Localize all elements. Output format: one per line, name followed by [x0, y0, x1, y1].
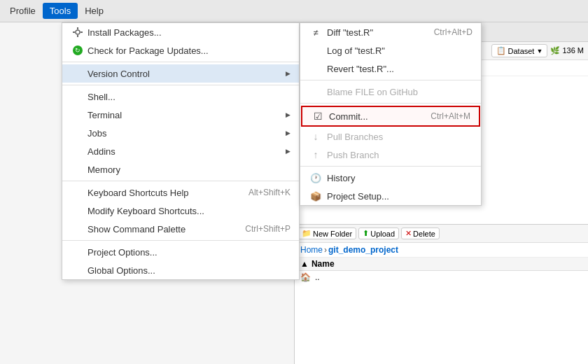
name-column-header: Name — [312, 259, 335, 269]
commit-label: Commit... — [329, 111, 368, 122]
dataset-label: Dataset — [508, 47, 535, 55]
svg-rect-3 — [73, 31, 75, 33]
vc-item-revert[interactable]: Revert "test.R"... — [300, 59, 481, 78]
shell-label: Shell... — [88, 92, 115, 102]
menu-help[interactable]: Help — [78, 3, 111, 19]
modify-keyboard-icon — [71, 205, 85, 216]
submenu-arrow-icon: ▶ — [286, 70, 290, 77]
blame-label: Blame FILE on GitHub — [327, 87, 418, 97]
terminal-arrow-icon: ▶ — [286, 111, 290, 118]
svg-point-0 — [76, 30, 80, 34]
vc-submenu: ≠ Diff "test.R" Ctrl+Alt+D Log of "test.… — [300, 22, 482, 206]
new-folder-label: New Folder — [313, 230, 352, 238]
delete-button[interactable]: ✕ Delete — [401, 227, 440, 239]
menu-item-keyboard-shortcuts-help[interactable]: Keyboard Shortcuts Help Alt+Shift+K — [62, 183, 299, 202]
vc-separator-1 — [300, 80, 481, 80]
diff-label: Diff "test.R" — [327, 27, 373, 38]
memory-icon — [71, 164, 85, 175]
green-circle-icon: ↻ — [71, 45, 85, 56]
show-command-palette-label: Show Command Palette — [88, 224, 186, 234]
upload-button[interactable]: ⬆ Upload — [358, 227, 399, 239]
version-control-label: Version Control — [88, 69, 150, 79]
breadcrumb: Home › git_demo_project — [295, 243, 588, 258]
menu-item-project-options[interactable]: Project Options... — [62, 243, 299, 261]
modify-keyboard-shortcuts-label: Modify Keyboard Shortcuts... — [88, 206, 204, 216]
column-sort-icon: ▲ — [300, 259, 309, 269]
file-row-parent[interactable]: 🏠 .. — [295, 271, 588, 284]
delete-icon: ✕ — [405, 229, 412, 238]
separator-4 — [62, 240, 299, 241]
separator-2 — [62, 85, 299, 85]
dataset-icon: 📋 — [496, 46, 506, 55]
menu-tools[interactable]: Tools — [43, 3, 78, 19]
revert-icon — [309, 63, 323, 74]
svg-rect-2 — [77, 35, 78, 37]
menu-item-jobs[interactable]: Jobs ▶ — [62, 124, 299, 142]
history-clock-icon: 🕐 — [309, 172, 323, 183]
addins-label: Addins — [88, 146, 115, 157]
command-palette-icon — [71, 223, 85, 234]
menu-item-terminal[interactable]: Terminal ▶ — [62, 106, 299, 124]
checkmark-icon: ☑ — [311, 111, 325, 122]
project-options-label: Project Options... — [88, 247, 158, 258]
upload-icon: ⬆ — [363, 229, 369, 238]
menu-item-show-command-palette[interactable]: Show Command Palette Ctrl+Shift+P — [62, 220, 299, 238]
upload-label: Upload — [370, 230, 395, 238]
separator-1 — [62, 62, 299, 62]
menu-item-version-control[interactable]: Version Control ▶ — [62, 64, 299, 83]
parent-dir-icon: 🏠 — [300, 272, 311, 282]
vc-item-blame: Blame FILE on GitHub — [300, 83, 481, 101]
separator-3 — [62, 181, 299, 181]
delete-label: Delete — [413, 230, 435, 238]
gear-icon — [71, 27, 85, 38]
breadcrumb-home[interactable]: Home — [300, 245, 323, 255]
menu-item-check-updates[interactable]: ↻ Check for Package Updates... — [62, 41, 299, 59]
commit-shortcut: Ctrl+Alt+M — [430, 111, 470, 121]
vc-separator-3 — [300, 166, 481, 167]
menu-item-memory[interactable]: Memory — [62, 160, 299, 178]
size-badge: 🌿 136 M — [550, 46, 584, 55]
dataset-dropdown[interactable]: 📋 Dataset ▼ — [491, 44, 548, 57]
project-setup-label: Project Setup... — [327, 191, 389, 202]
new-folder-button[interactable]: 📁 New Folder — [298, 227, 356, 239]
svg-rect-1 — [77, 27, 78, 29]
menu-item-global-options[interactable]: Global Options... — [62, 261, 299, 279]
svg-rect-4 — [80, 31, 83, 33]
menu-item-shell[interactable]: Shell... — [62, 88, 299, 106]
diff-icon: ≠ — [309, 27, 323, 38]
menu-profile[interactable]: Profile — [3, 3, 43, 19]
global-options-label: Global Options... — [88, 265, 155, 276]
check-updates-label: Check for Package Updates... — [88, 46, 209, 56]
menu-item-addins[interactable]: Addins ▶ — [62, 142, 299, 160]
vc-item-diff[interactable]: ≠ Diff "test.R" Ctrl+Alt+D — [300, 23, 481, 41]
tools-dropdown-menu: Install Packages... ↻ Check for Package … — [62, 22, 300, 280]
menu-item-modify-keyboard-shortcuts[interactable]: Modify Keyboard Shortcuts... — [62, 202, 299, 220]
memory-label: Memory — [88, 164, 120, 175]
keyboard-shortcuts-icon — [71, 187, 85, 198]
vc-separator-2 — [300, 103, 481, 104]
vc-item-push-branch: ↑ Push Branch — [300, 146, 481, 164]
parent-dir-name: .. — [315, 272, 320, 282]
vc-item-project-setup[interactable]: 📦 Project Setup... — [300, 187, 481, 205]
blame-icon — [309, 86, 323, 97]
jobs-label: Jobs — [88, 128, 106, 139]
vc-item-log[interactable]: Log of "test.R" — [300, 41, 481, 59]
push-branch-label: Push Branch — [327, 150, 379, 160]
project-options-icon — [71, 246, 85, 258]
menu-item-install-packages[interactable]: Install Packages... — [62, 23, 299, 41]
keyboard-shortcuts-help-label: Keyboard Shortcuts Help — [88, 188, 189, 198]
addins-arrow-icon: ▶ — [286, 148, 290, 155]
addins-icon — [71, 146, 85, 157]
jobs-arrow-icon: ▶ — [286, 130, 290, 136]
version-control-icon — [71, 68, 85, 79]
install-packages-label: Install Packages... — [88, 27, 162, 38]
breadcrumb-project[interactable]: git_demo_project — [328, 245, 398, 255]
shell-icon — [71, 91, 85, 102]
vc-item-pull-branches: ↓ Pull Branches — [300, 127, 481, 146]
chevron-down-icon: ▼ — [536, 48, 542, 55]
log-icon — [309, 45, 323, 56]
keyboard-shortcuts-shortcut: Alt+Shift+K — [248, 188, 290, 197]
vc-item-history[interactable]: 🕐 History — [300, 169, 481, 187]
global-options-icon — [71, 265, 85, 276]
vc-item-commit[interactable]: ☑ Commit... Ctrl+Alt+M — [301, 106, 480, 127]
